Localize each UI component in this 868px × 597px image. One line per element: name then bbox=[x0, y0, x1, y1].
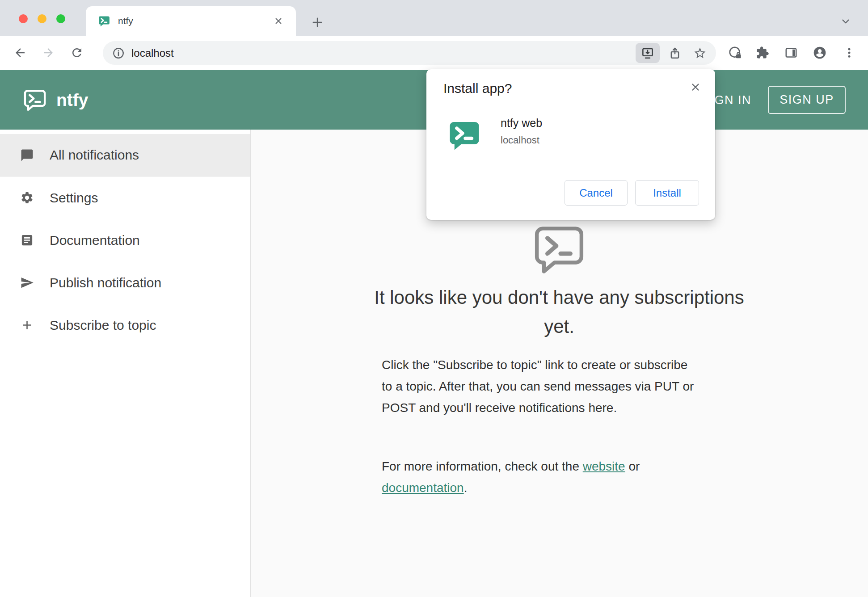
dialog-close-icon[interactable] bbox=[687, 78, 704, 96]
close-window-button[interactable] bbox=[19, 14, 28, 23]
sidebar-item-label: Documentation bbox=[50, 233, 140, 248]
minimize-window-button[interactable] bbox=[38, 14, 46, 23]
more-info-paragraph: For more information, check out the webs… bbox=[382, 456, 695, 499]
more-info-text: or bbox=[625, 459, 640, 473]
ntfy-favicon-icon bbox=[97, 14, 111, 28]
sidebar-item-label: Subscribe to topic bbox=[50, 318, 156, 333]
browser-window: ntfy bbox=[0, 0, 868, 597]
plus-icon bbox=[20, 318, 34, 332]
install-button[interactable]: Install bbox=[635, 180, 699, 206]
site-info-icon[interactable] bbox=[112, 46, 125, 60]
forward-button[interactable] bbox=[38, 42, 59, 63]
address-bar[interactable]: localhost bbox=[103, 41, 716, 65]
browser-toolbar: localhost bbox=[0, 36, 868, 70]
window-controls bbox=[19, 14, 65, 23]
share-icon[interactable] bbox=[665, 43, 685, 63]
sidebar-item-all-notifications[interactable]: All notifications bbox=[0, 134, 250, 177]
password-manager-icon[interactable] bbox=[725, 42, 746, 63]
chat-bubble-icon bbox=[20, 148, 34, 162]
documentation-link[interactable]: documentation bbox=[382, 481, 464, 495]
browser-tab[interactable]: ntfy bbox=[86, 6, 296, 36]
sign-up-button[interactable]: SIGN UP bbox=[768, 86, 846, 114]
empty-state-title: It looks like you don't have any subscri… bbox=[362, 283, 756, 341]
ntfy-app-icon bbox=[446, 117, 483, 153]
empty-state-description: Click the "Subscribe to topic" link to c… bbox=[382, 354, 695, 419]
sidebar-item-label: Settings bbox=[50, 190, 98, 206]
cancel-button[interactable]: Cancel bbox=[565, 180, 628, 206]
extensions-puzzle-icon[interactable] bbox=[752, 42, 773, 63]
sidebar: All notifications Settings Documentation… bbox=[0, 130, 251, 597]
tab-title: ntfy bbox=[118, 16, 133, 26]
browser-menu-kebab-icon[interactable] bbox=[839, 42, 860, 63]
reload-button[interactable] bbox=[66, 42, 88, 63]
gear-icon bbox=[20, 191, 34, 205]
website-link[interactable]: website bbox=[583, 459, 625, 473]
ntfy-logo-icon bbox=[22, 87, 47, 112]
omnibox-actions bbox=[636, 43, 710, 63]
new-tab-button[interactable] bbox=[308, 13, 326, 31]
zoom-window-button[interactable] bbox=[56, 14, 65, 23]
dialog-title: Install app? bbox=[443, 81, 512, 96]
app-title: ntfy bbox=[56, 90, 88, 110]
app-name: ntfy web bbox=[501, 117, 542, 130]
sidebar-item-documentation[interactable]: Documentation bbox=[0, 219, 250, 261]
tab-search-chevron-icon[interactable] bbox=[837, 13, 855, 30]
sidebar-item-subscribe-to-topic[interactable]: Subscribe to topic bbox=[0, 304, 250, 346]
profile-avatar-icon[interactable] bbox=[809, 42, 830, 63]
url-text[interactable]: localhost bbox=[131, 47, 174, 59]
ntfy-empty-state-icon bbox=[531, 220, 587, 277]
send-icon bbox=[20, 276, 34, 290]
install-app-icon[interactable] bbox=[636, 43, 660, 63]
sidebar-item-label: All notifications bbox=[50, 147, 139, 163]
tab-strip: ntfy bbox=[0, 0, 868, 36]
back-button[interactable] bbox=[9, 42, 31, 63]
sidebar-item-publish-notification[interactable]: Publish notification bbox=[0, 261, 250, 304]
bookmark-star-icon[interactable] bbox=[690, 43, 710, 63]
tab-close-icon[interactable] bbox=[271, 13, 286, 29]
more-info-text: . bbox=[464, 481, 468, 495]
app-origin: localhost bbox=[501, 135, 539, 146]
more-info-text: For more information, check out the bbox=[382, 459, 583, 473]
article-icon bbox=[20, 233, 34, 247]
sidebar-item-settings[interactable]: Settings bbox=[0, 177, 250, 219]
side-panel-icon[interactable] bbox=[780, 42, 802, 63]
sidebar-item-label: Publish notification bbox=[50, 275, 161, 290]
install-app-dialog: Install app? ntfy web localhost Cancel I… bbox=[426, 69, 715, 220]
